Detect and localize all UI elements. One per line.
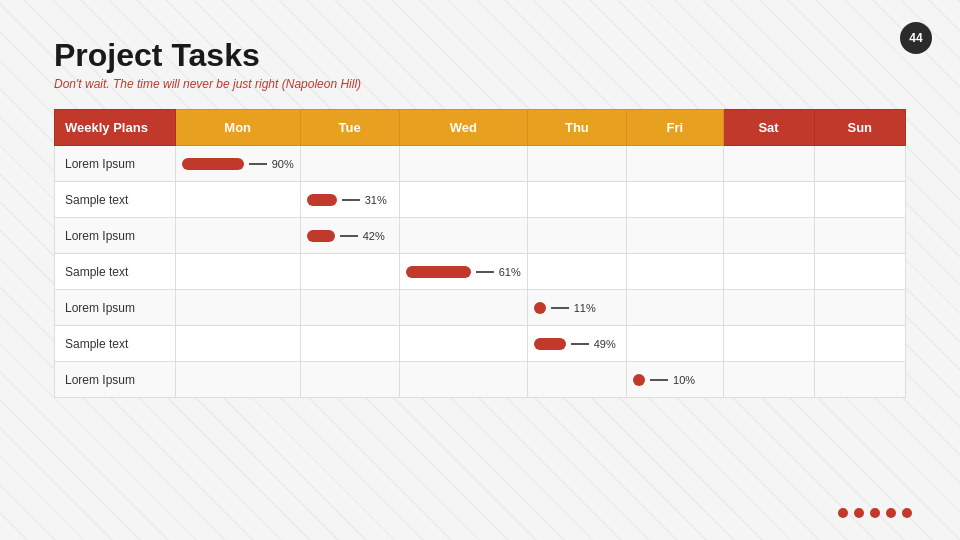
table-row: Sample text31% (55, 182, 906, 218)
bar-wrapper: 61% (406, 266, 521, 278)
col-header-mon: Mon (175, 110, 300, 146)
day-cell-sun (814, 326, 906, 362)
day-cell-thu (527, 254, 626, 290)
day-thu-label: Thu (565, 120, 589, 135)
day-cell-fri (627, 254, 724, 290)
day-cell-mon: 90% (175, 146, 300, 182)
day-cell-sun (814, 362, 906, 398)
day-cell-mon (175, 362, 300, 398)
pagination-dot-2[interactable] (854, 508, 864, 518)
task-label-cell: Sample text (55, 182, 176, 218)
gantt-bar (534, 338, 566, 350)
bar-wrapper: 11% (534, 302, 620, 314)
day-cell-wed: 61% (399, 254, 527, 290)
bar-wrapper: 10% (633, 374, 717, 386)
col-header-tue: Tue (300, 110, 399, 146)
day-wed-label: Wed (450, 120, 477, 135)
day-cell-sat (723, 326, 814, 362)
bar-line (476, 271, 494, 273)
col-header-weekly-plans: Weekly Plans (55, 110, 176, 146)
bar-line (342, 199, 360, 201)
day-cell-mon (175, 326, 300, 362)
day-cell-tue (300, 362, 399, 398)
day-cell-fri (627, 218, 724, 254)
pagination-dot-1[interactable] (838, 508, 848, 518)
day-cell-tue: 42% (300, 218, 399, 254)
page-title: Project Tasks (54, 38, 906, 73)
day-cell-sat (723, 290, 814, 326)
day-cell-mon (175, 182, 300, 218)
day-cell-thu: 49% (527, 326, 626, 362)
col-header-sun: Sun (814, 110, 906, 146)
day-cell-tue (300, 290, 399, 326)
day-tue-label: Tue (339, 120, 361, 135)
day-cell-mon (175, 290, 300, 326)
day-sun-label: Sun (847, 120, 872, 135)
day-cell-fri (627, 326, 724, 362)
gantt-tbody: Lorem Ipsum90%Sample text31%Lorem Ipsum4… (55, 146, 906, 398)
col-header-wed: Wed (399, 110, 527, 146)
col-header-thu: Thu (527, 110, 626, 146)
day-cell-tue (300, 254, 399, 290)
day-cell-tue (300, 326, 399, 362)
gantt-bar (182, 158, 244, 170)
task-label-cell: Lorem Ipsum (55, 146, 176, 182)
bar-line (249, 163, 267, 165)
day-cell-sat (723, 362, 814, 398)
gantt-table: Weekly Plans Mon Tue Wed Thu Fri (54, 109, 906, 398)
pagination-dot-4[interactable] (886, 508, 896, 518)
table-row: Sample text49% (55, 326, 906, 362)
bar-percentage: 61% (499, 266, 521, 278)
task-label-cell: Sample text (55, 326, 176, 362)
pagination-dot-5[interactable] (902, 508, 912, 518)
day-cell-wed (399, 362, 527, 398)
day-cell-thu (527, 182, 626, 218)
slide-number: 44 (900, 22, 932, 54)
day-cell-thu (527, 218, 626, 254)
bar-line (340, 235, 358, 237)
task-label-cell: Sample text (55, 254, 176, 290)
slide-container: 44 Project Tasks Don't wait. The time wi… (0, 0, 960, 540)
bar-wrapper: 49% (534, 338, 620, 350)
col-header-sat: Sat (723, 110, 814, 146)
day-cell-sat (723, 146, 814, 182)
day-cell-sat (723, 218, 814, 254)
day-fri-label: Fri (667, 120, 684, 135)
bar-line (650, 379, 668, 381)
day-cell-sun (814, 290, 906, 326)
gantt-bar (307, 230, 335, 242)
day-sat-label: Sat (758, 120, 778, 135)
day-cell-sun (814, 146, 906, 182)
day-cell-fri: 10% (627, 362, 724, 398)
day-cell-wed (399, 326, 527, 362)
bottom-dots (838, 508, 912, 518)
pagination-dot-3[interactable] (870, 508, 880, 518)
day-cell-sat (723, 254, 814, 290)
day-cell-wed (399, 218, 527, 254)
day-cell-fri (627, 182, 724, 218)
col-header-fri: Fri (627, 110, 724, 146)
day-cell-wed (399, 146, 527, 182)
gantt-bar (307, 194, 337, 206)
table-row: Lorem Ipsum11% (55, 290, 906, 326)
bar-line (551, 307, 569, 309)
task-label-cell: Lorem Ipsum (55, 362, 176, 398)
table-row: Lorem Ipsum10% (55, 362, 906, 398)
bar-percentage: 10% (673, 374, 695, 386)
table-row: Lorem Ipsum90% (55, 146, 906, 182)
table-row: Sample text61% (55, 254, 906, 290)
gantt-dot (534, 302, 546, 314)
day-cell-thu (527, 362, 626, 398)
table-header-row: Weekly Plans Mon Tue Wed Thu Fri (55, 110, 906, 146)
bar-wrapper: 31% (307, 194, 393, 206)
day-cell-fri (627, 146, 724, 182)
bar-percentage: 31% (365, 194, 387, 206)
day-cell-fri (627, 290, 724, 326)
day-cell-sat (723, 182, 814, 218)
bar-percentage: 49% (594, 338, 616, 350)
day-cell-sun (814, 182, 906, 218)
day-cell-sun (814, 254, 906, 290)
gantt-bar (406, 266, 471, 278)
day-cell-thu (527, 146, 626, 182)
bar-percentage: 11% (574, 302, 596, 314)
